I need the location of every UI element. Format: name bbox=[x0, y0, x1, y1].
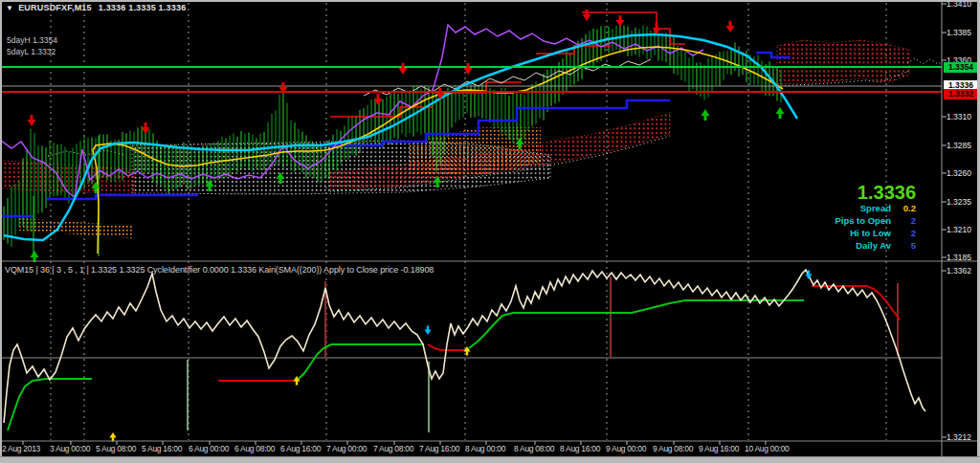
chevron-down-icon[interactable]: ▼ bbox=[6, 4, 13, 12]
time-axis-label: 9 Aug 16:00 bbox=[699, 444, 739, 453]
sell-arrow-icon bbox=[399, 63, 408, 75]
buy-arrow-icon bbox=[31, 251, 39, 262]
sell-arrow-icon bbox=[616, 15, 625, 27]
time-axis-label: 9 Aug 08:00 bbox=[653, 444, 693, 453]
symbol-timeframe-label: EURUSDFXF,M15 bbox=[18, 3, 92, 12]
time-axis-label: 7 Aug 00:00 bbox=[326, 444, 367, 453]
window-border-bottom bbox=[0, 456, 980, 463]
chart-title: ▼EURUSDFXF,M151.3336 1.3335 1.3336 bbox=[6, 3, 186, 12]
vqm-sub-window bbox=[2, 270, 942, 442]
buy-arrow-icon bbox=[776, 107, 785, 119]
time-axis-label: 3 Aug 00:00 bbox=[50, 444, 90, 453]
time-axis-label: 7 Aug 08:00 bbox=[373, 444, 413, 453]
info-row: Hi to Low2 bbox=[835, 227, 916, 239]
info-row: Daily Av5 bbox=[835, 239, 916, 252]
buy-arrow-icon bbox=[702, 109, 710, 121]
buy-arrow-icon bbox=[109, 432, 116, 442]
price-badge: 1.3354 bbox=[944, 62, 978, 73]
info-row: Pips to Open2 bbox=[835, 214, 916, 227]
info-panel: 1.3336 Spread0.2Pips to Open2Hi to Low2D… bbox=[835, 183, 916, 252]
price-axis-label: 1.3260 bbox=[947, 168, 971, 178]
price-badge: 1.3332 bbox=[944, 89, 978, 99]
time-axis-label: 10 Aug 00:00 bbox=[745, 444, 790, 453]
price-axis-label: 1.3310 bbox=[947, 112, 971, 121]
chart-window: ▼EURUSDFXF,M151.3336 1.3335 1.3336 5dayH… bbox=[0, 0, 980, 463]
five-day-high-label: 5dayH 1.3354 bbox=[7, 35, 57, 45]
sell-arrow-icon bbox=[28, 115, 36, 126]
five-day-low-label: 5dayL 1.3332 bbox=[7, 47, 56, 56]
time-axis-label: 6 Aug 00:00 bbox=[189, 444, 229, 453]
time-axis-label: 5 Aug 08:00 bbox=[96, 444, 136, 453]
current-price: 1.3336 bbox=[835, 183, 916, 202]
window-border-left bbox=[0, 0, 2, 463]
info-row-value: 2 bbox=[891, 214, 916, 227]
sub-axis-label: 1.3362 bbox=[947, 266, 971, 276]
sell-arrow-icon bbox=[653, 23, 661, 34]
info-rows: Spread0.2Pips to Open2Hi to Low2Daily Av… bbox=[835, 202, 916, 252]
info-row: Spread0.2 bbox=[835, 202, 916, 214]
info-row-value: 0.2 bbox=[891, 202, 916, 214]
time-axis-label: 6 Aug 08:00 bbox=[234, 444, 275, 453]
price-axis-label: 1.3210 bbox=[947, 225, 971, 234]
price-axis-label: 1.3235 bbox=[947, 197, 971, 207]
time-axis-label: 8 Aug 08:00 bbox=[514, 444, 554, 453]
price-axis-label: 1.3285 bbox=[947, 141, 971, 150]
price-axis-label: 1.3385 bbox=[947, 28, 971, 37]
time-axis-label: 9 Aug 00:00 bbox=[606, 444, 646, 453]
indicator-header: VQM15 | 36 | 3 , 5 , 1 | 1.3325 1.3325 C… bbox=[5, 265, 434, 275]
info-row-label: Hi to Low bbox=[850, 228, 891, 238]
time-axis-label: 8 Aug 00:00 bbox=[465, 444, 505, 453]
sell-arrow-icon bbox=[583, 10, 591, 21]
sub-axis-label: 1.3212 bbox=[947, 432, 971, 442]
sell-arrow-icon bbox=[424, 325, 431, 335]
info-row-label: Daily Av bbox=[856, 240, 891, 251]
time-axis-label: 2 Aug 2013 bbox=[2, 444, 40, 453]
info-row-label: Pips to Open bbox=[835, 215, 891, 226]
price-axis-label: 1.3185 bbox=[947, 253, 971, 262]
info-row-value: 2 bbox=[891, 227, 916, 239]
info-row-label: Spread bbox=[860, 203, 891, 213]
window-border-top bbox=[0, 0, 980, 2]
time-axis-label: 6 Aug 16:00 bbox=[280, 444, 321, 453]
quote-values: 1.3336 1.3335 1.3336 bbox=[99, 3, 187, 12]
sell-arrow-icon bbox=[726, 21, 735, 33]
info-row-value: 5 bbox=[891, 239, 916, 252]
time-axis-label: 5 Aug 16:00 bbox=[142, 444, 182, 453]
time-axis-label: 7 Aug 16:00 bbox=[419, 444, 459, 453]
time-axis-label: 8 Aug 16:00 bbox=[560, 444, 600, 453]
sell-arrow-icon bbox=[142, 122, 150, 134]
candlesticks bbox=[4, 24, 781, 256]
chart-canvas[interactable] bbox=[0, 0, 980, 463]
